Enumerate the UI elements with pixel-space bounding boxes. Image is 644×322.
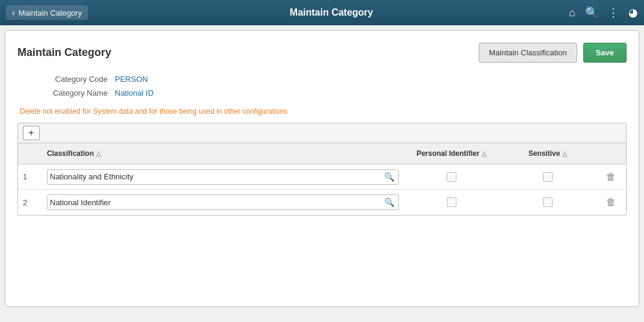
compass-icon[interactable]: ◕ (628, 6, 638, 19)
row-2-personal-identifier-checkbox[interactable] (447, 197, 456, 207)
warning-highlight: System data and for those being used in … (93, 107, 287, 116)
sensitive-sort-icon[interactable]: △ (562, 150, 567, 157)
save-button[interactable]: Save (583, 43, 627, 63)
warning-text: Delete not enabled for System data and f… (17, 107, 627, 116)
row-2-classification-cell: 🔍 (42, 192, 403, 212)
table-toolbar: + (18, 123, 626, 143)
table-header: Classification △ Personal Identifier △ S… (18, 143, 626, 164)
row-1-search-button[interactable]: 🔍 (383, 171, 396, 183)
row-2-classification-input[interactable] (50, 198, 383, 207)
back-arrow-icon: ‹ (12, 8, 15, 17)
category-code-row: Category Code PERSON (29, 75, 627, 84)
row-1-personal-identifier-cell (403, 170, 500, 184)
main-content: Maintain Category Maintain Classificatio… (5, 30, 639, 307)
row-1-classification-input[interactable] (50, 172, 383, 181)
classification-sort-icon[interactable]: △ (96, 150, 101, 157)
row-2-num: 2 (18, 196, 42, 209)
row-1-delete-button[interactable]: 🗑 (604, 170, 618, 184)
home-icon[interactable]: ⌂ (569, 7, 575, 19)
col-header-num (18, 147, 42, 160)
row-2-classification-input-wrap: 🔍 (47, 194, 399, 210)
category-code-label: Category Code (29, 75, 108, 84)
row-1-classification-cell: 🔍 (42, 167, 403, 187)
add-row-button[interactable]: + (23, 126, 40, 140)
table-container: + Classification △ Personal Identifier △… (17, 123, 627, 215)
row-1-num: 1 (18, 170, 42, 184)
col-header-classification: Classification △ (42, 147, 403, 160)
category-name-label: Category Name (29, 88, 108, 98)
navbar-title: Maintain Category (94, 7, 569, 18)
row-1-sensitive-cell (500, 170, 596, 184)
row-1-personal-identifier-checkbox[interactable] (447, 172, 456, 182)
more-icon[interactable]: ⋮ (608, 6, 619, 19)
row-2-personal-identifier-cell (403, 195, 500, 209)
row-2-sensitive-checkbox[interactable] (543, 197, 553, 207)
row-2-actions-cell: 🗑 (596, 193, 626, 211)
navbar: ‹ Maintain Category Maintain Category ⌂ … (0, 0, 644, 25)
category-code-value: PERSON (115, 75, 148, 84)
back-button[interactable]: ‹ Maintain Category (6, 5, 88, 20)
table-row: 1 🔍 🗑 (18, 164, 626, 190)
row-2-delete-button[interactable]: 🗑 (604, 196, 618, 209)
col-header-actions (596, 147, 626, 160)
row-1-classification-input-wrap: 🔍 (47, 169, 399, 185)
search-icon[interactable]: 🔍 (585, 6, 598, 19)
row-2-search-button[interactable]: 🔍 (383, 196, 396, 208)
category-name-value: National ID (115, 88, 153, 98)
personal-identifier-sort-icon[interactable]: △ (482, 150, 486, 157)
back-label: Maintain Category (19, 8, 82, 17)
row-1-actions-cell: 🗑 (596, 168, 626, 186)
maintain-classification-button[interactable]: Maintain Classification (479, 43, 577, 63)
warning-prefix: Delete not enabled for (20, 107, 93, 116)
row-1-sensitive-checkbox[interactable] (543, 172, 553, 182)
navbar-icons: ⌂ 🔍 ⋮ ◕ (569, 6, 638, 19)
col-header-sensitive: Sensitive △ (500, 147, 596, 160)
page-title: Maintain Category (17, 46, 111, 59)
table-row: 2 🔍 🗑 (18, 190, 626, 215)
category-name-row: Category Name National ID (29, 88, 627, 98)
header-buttons: Maintain Classification Save (479, 43, 627, 63)
page-header: Maintain Category Maintain Classificatio… (17, 43, 627, 63)
row-2-sensitive-cell (500, 195, 596, 209)
col-header-personal-identifier: Personal Identifier △ (403, 147, 500, 160)
form-section: Category Code PERSON Category Name Natio… (17, 75, 627, 98)
